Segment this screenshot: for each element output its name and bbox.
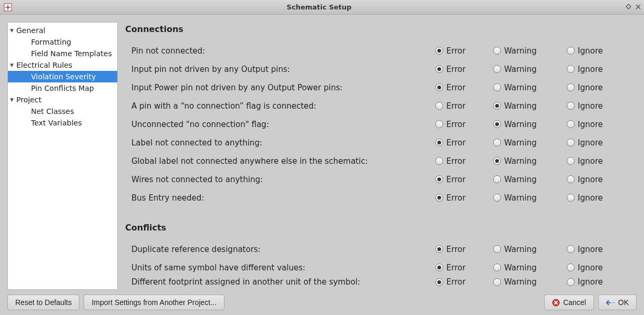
radio-indicator: [567, 194, 575, 202]
radio-warning[interactable]: Warning: [493, 120, 561, 129]
radio-error[interactable]: Error: [435, 193, 488, 203]
radio-label: Warning: [504, 263, 537, 272]
radio-error[interactable]: Error: [435, 263, 488, 272]
radio-indicator: [493, 65, 501, 73]
radio-indicator: [567, 175, 575, 183]
radio-label: Warning: [504, 120, 537, 129]
radio-ignore[interactable]: Ignore: [567, 175, 619, 184]
sidebar-item[interactable]: Net Classes: [8, 106, 117, 117]
sidebar-item[interactable]: Text Variables: [8, 117, 117, 129]
radio-warning[interactable]: Warning: [493, 156, 561, 166]
tree-group-header[interactable]: ▼Electrical Rules: [8, 59, 117, 71]
radio-indicator: [493, 139, 501, 146]
ok-label: OK: [618, 298, 629, 307]
sidebar-tree[interactable]: ▼GeneralFormattingField Name Templates▼E…: [7, 22, 118, 290]
rule-label: Pin not connected:: [125, 46, 435, 56]
radio-label: Error: [446, 83, 466, 92]
radio-warning[interactable]: Warning: [493, 46, 561, 56]
maximize-icon[interactable]: [626, 4, 631, 11]
import-settings-button[interactable]: Import Settings from Another Project...: [84, 295, 224, 310]
radio-warning[interactable]: Warning: [493, 175, 561, 184]
radio-label: Ignore: [578, 245, 603, 254]
radio-label: Ignore: [578, 193, 603, 203]
radio-error[interactable]: Error: [435, 46, 488, 56]
radio-label: Warning: [504, 277, 537, 287]
radio-ignore[interactable]: Ignore: [567, 245, 619, 254]
ok-button[interactable]: OK: [598, 295, 637, 310]
radio-error[interactable]: Error: [435, 138, 488, 148]
sidebar-item[interactable]: Field Name Templates: [8, 48, 117, 59]
radio-ignore[interactable]: Ignore: [567, 46, 619, 56]
radio-error[interactable]: Error: [435, 156, 488, 166]
radio-indicator: [567, 120, 575, 128]
radio-indicator: [493, 175, 501, 183]
radio-indicator: [567, 139, 575, 146]
radio-warning[interactable]: Warning: [493, 263, 561, 272]
sidebar-item[interactable]: Pin Conflicts Map: [8, 82, 117, 94]
radio-label: Warning: [504, 193, 537, 203]
radio-warning[interactable]: Warning: [493, 65, 561, 74]
tree-group-header[interactable]: ▼Project: [8, 94, 117, 106]
rule-row: Bus Entry needed:ErrorWarningIgnore: [125, 188, 637, 207]
sidebar-item[interactable]: Formatting: [8, 36, 117, 48]
radio-indicator: [567, 47, 575, 55]
radio-indicator: [493, 47, 501, 55]
radio-indicator: [567, 157, 575, 165]
radio-ignore[interactable]: Ignore: [567, 156, 619, 166]
radio-warning[interactable]: Warning: [493, 193, 561, 203]
radio-error[interactable]: Error: [435, 101, 488, 111]
radio-error[interactable]: Error: [435, 120, 488, 129]
radio-warning[interactable]: Warning: [493, 83, 561, 92]
rule-label: Input Power pin not driven by any Output…: [125, 83, 435, 92]
section-title: Connections: [125, 24, 637, 34]
radio-error[interactable]: Error: [435, 175, 488, 184]
radio-ignore[interactable]: Ignore: [567, 83, 619, 92]
radio-error[interactable]: Error: [435, 83, 488, 92]
radio-indicator: [435, 157, 443, 165]
radio-error[interactable]: Error: [435, 65, 488, 74]
radio-indicator: [435, 245, 443, 253]
close-icon[interactable]: [636, 4, 641, 11]
radio-label: Warning: [504, 83, 537, 92]
ok-icon: [606, 299, 615, 306]
radio-label: Ignore: [578, 65, 603, 74]
radio-indicator: [435, 83, 443, 91]
section-title: Conflicts: [125, 223, 637, 233]
radio-label: Ignore: [578, 156, 603, 166]
radio-label: Warning: [504, 101, 537, 111]
sidebar-item[interactable]: Violation Severity: [8, 71, 117, 82]
reset-defaults-button[interactable]: Reset to Defaults: [7, 295, 79, 310]
radio-ignore[interactable]: Ignore: [567, 120, 619, 129]
radio-indicator: [493, 278, 501, 286]
radio-indicator: [435, 278, 443, 286]
radio-label: Ignore: [578, 263, 603, 272]
radio-ignore[interactable]: Ignore: [567, 101, 619, 111]
radio-label: Ignore: [578, 101, 603, 111]
footer: Reset to Defaults Import Settings from A…: [0, 290, 644, 315]
radio-label: Warning: [504, 245, 537, 254]
radio-label: Ignore: [578, 120, 603, 129]
radio-ignore[interactable]: Ignore: [567, 277, 619, 287]
radio-error[interactable]: Error: [435, 277, 488, 287]
tree-group-label: Electrical Rules: [16, 61, 73, 69]
radio-warning[interactable]: Warning: [493, 277, 561, 287]
radio-ignore[interactable]: Ignore: [567, 65, 619, 74]
radio-label: Ignore: [578, 83, 603, 92]
tree-group-header[interactable]: ▼General: [8, 25, 117, 36]
radio-indicator: [567, 102, 575, 110]
cancel-button[interactable]: Cancel: [544, 295, 594, 310]
rule-label: Bus Entry needed:: [125, 193, 435, 203]
radio-indicator: [493, 157, 501, 165]
radio-warning[interactable]: Warning: [493, 245, 561, 254]
radio-indicator: [435, 120, 443, 128]
rule-row: Input Power pin not driven by any Output…: [125, 78, 637, 97]
radio-ignore[interactable]: Ignore: [567, 263, 619, 272]
radio-error[interactable]: Error: [435, 245, 488, 254]
radio-ignore[interactable]: Ignore: [567, 138, 619, 148]
rule-label: Duplicate reference designators:: [125, 245, 435, 254]
radio-ignore[interactable]: Ignore: [567, 193, 619, 203]
radio-warning[interactable]: Warning: [493, 138, 561, 148]
rule-label: Wires not connected to anything:: [125, 175, 435, 184]
radio-indicator: [567, 245, 575, 253]
radio-warning[interactable]: Warning: [493, 101, 561, 111]
